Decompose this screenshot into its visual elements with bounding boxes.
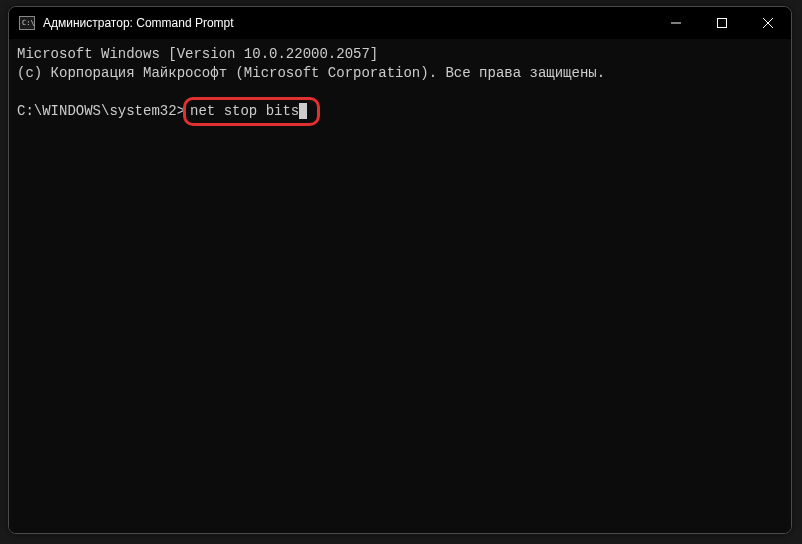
titlebar-left: C:\ Администратор: Command Prompt [19, 16, 234, 30]
cursor-icon [299, 103, 307, 119]
terminal-area[interactable]: Microsoft Windows [Version 10.0.22000.20… [9, 39, 791, 533]
close-icon [763, 18, 773, 28]
maximize-button[interactable] [699, 7, 745, 39]
window-controls [653, 7, 791, 39]
svg-text:C:\: C:\ [22, 19, 35, 27]
svg-rect-3 [718, 19, 727, 28]
command-prompt-window: C:\ Администратор: Command Prompt [8, 6, 792, 534]
cmd-icon: C:\ [19, 16, 35, 30]
titlebar[interactable]: C:\ Администратор: Command Prompt [9, 7, 791, 39]
version-line: Microsoft Windows [Version 10.0.22000.20… [17, 45, 783, 64]
prompt-text: C:\WINDOWS\system32> [17, 102, 185, 121]
command-text: net stop bits [190, 103, 299, 119]
prompt-line: C:\WINDOWS\system32>net stop bits [17, 97, 783, 126]
close-button[interactable] [745, 7, 791, 39]
minimize-icon [671, 18, 681, 28]
copyright-line: (c) Корпорация Майкрософт (Microsoft Cor… [17, 64, 783, 83]
maximize-icon [717, 18, 727, 28]
command-highlight: net stop bits [183, 97, 320, 126]
window-title: Администратор: Command Prompt [43, 16, 234, 30]
minimize-button[interactable] [653, 7, 699, 39]
